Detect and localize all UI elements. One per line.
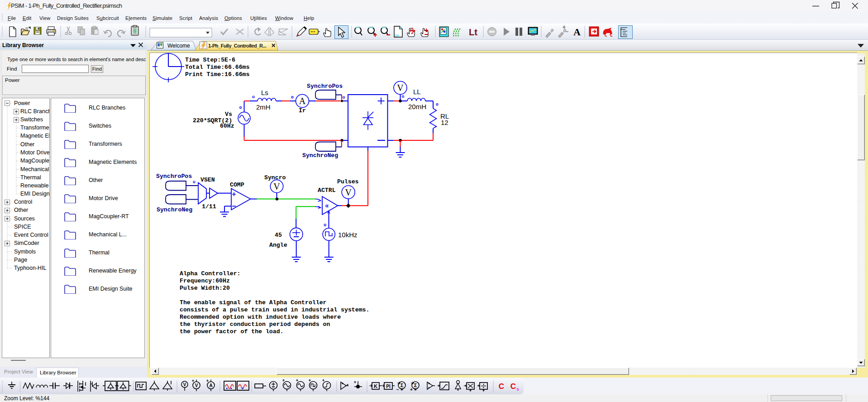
svg-text:2mH: 2mH: [256, 103, 271, 111]
svg-text:Time Step:5E-6: Time Step:5E-6: [185, 57, 235, 63]
svg-text:COMP: COMP: [230, 182, 244, 188]
svg-text:C: C: [510, 382, 516, 391]
svg-text:the thyristor conduction perio: the thyristor conduction period depends …: [180, 321, 330, 328]
svg-text:20mH: 20mH: [408, 103, 426, 110]
svg-text:consists of a pulse train used: consists of a pulse train used in indust…: [180, 306, 369, 313]
svg-text:Lt: Lt: [469, 27, 477, 37]
svg-text:Ir: Ir: [299, 107, 306, 114]
svg-text:ACTRL: ACTRL: [318, 187, 336, 194]
svg-text:A: A: [299, 96, 306, 106]
svg-text:Total Time:66.66ms: Total Time:66.66ms: [185, 64, 250, 71]
svg-text:Recommended option with induct: Recommended option with inductive loads …: [180, 314, 341, 321]
svg-text:SynchroNeg: SynchroNeg: [302, 152, 338, 159]
svg-text:A: A: [209, 383, 212, 388]
svg-text:C: C: [499, 382, 504, 391]
svg-text:SynchroPos: SynchroPos: [307, 83, 343, 90]
svg-text:45: 45: [275, 232, 282, 239]
svg-text:the power factor of the load.: the power factor of the load.: [180, 328, 284, 335]
svg-text:−: −: [396, 387, 399, 392]
svg-text:Syncro: Syncro: [264, 174, 286, 181]
svg-text:10kHz: 10kHz: [338, 231, 358, 239]
svg-text:1/11: 1/11: [202, 203, 216, 210]
svg-text:V: V: [273, 182, 280, 191]
svg-text:Alpha Controller:: Alpha Controller:: [180, 270, 241, 277]
svg-text:Frequency:60Hz: Frequency:60Hz: [180, 278, 230, 284]
svg-text:Angle: Angle: [269, 242, 287, 249]
svg-text:12: 12: [441, 119, 448, 126]
svg-text:s: s: [516, 387, 519, 392]
svg-text:Σ: Σ: [414, 383, 417, 388]
svg-text:VSEN: VSEN: [200, 177, 215, 183]
svg-text:Vs: Vs: [225, 111, 232, 118]
svg-text:V: V: [345, 187, 352, 197]
svg-text:V: V: [195, 383, 198, 388]
svg-text:Welcome: Welcome: [167, 43, 190, 49]
svg-text:α: α: [325, 203, 329, 209]
svg-text:Σ: Σ: [401, 383, 404, 388]
svg-text:SynchroNeg: SynchroNeg: [157, 206, 192, 213]
svg-text:A: A: [573, 26, 581, 38]
svg-text:PI: PI: [386, 384, 391, 389]
svg-text:Pulses: Pulses: [337, 178, 359, 185]
svg-text:1-Ph_Fully_Controlled_R...: 1-Ph_Fully_Controlled_R...: [208, 43, 267, 48]
svg-text:60Hz: 60Hz: [220, 123, 234, 129]
svg-text:V: V: [397, 83, 404, 93]
svg-text:Ls: Ls: [261, 89, 268, 96]
svg-text:SynchroPos: SynchroPos: [156, 173, 192, 180]
svg-text:Pulse Width:20: Pulse Width:20: [180, 285, 230, 292]
svg-text:+: +: [410, 387, 413, 392]
svg-text:Print Time:16.66ms: Print Time:16.66ms: [185, 71, 250, 78]
svg-text:K: K: [374, 383, 377, 389]
svg-text:LL: LL: [413, 88, 421, 96]
svg-text:The enable signal of the Alpha: The enable signal of the Alpha Controlle…: [180, 299, 326, 306]
svg-text:V: V: [183, 382, 186, 387]
